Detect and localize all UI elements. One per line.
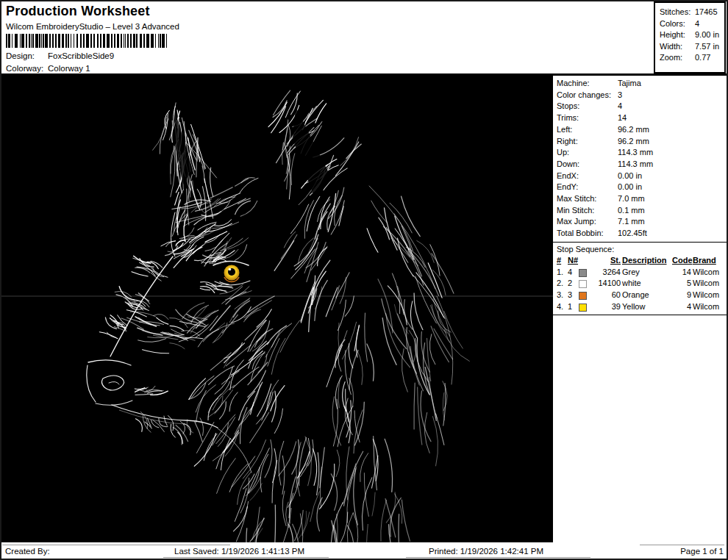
machine-row-label: Left: bbox=[557, 124, 618, 136]
barcode-bar bbox=[140, 34, 142, 48]
stop-header-cell: Brand bbox=[693, 255, 722, 267]
machine-row: Machine:Tajima bbox=[557, 78, 727, 90]
barcode-bar bbox=[114, 34, 115, 48]
barcode-bar bbox=[151, 34, 154, 48]
created-by-label: Created By: bbox=[5, 547, 50, 556]
machine-row-label: EndX: bbox=[557, 170, 618, 182]
barcode-bar bbox=[162, 34, 165, 48]
stop-header-cell: Description bbox=[622, 255, 671, 267]
machine-row-value: 3 bbox=[618, 90, 622, 99]
barcode-bar bbox=[43, 34, 44, 48]
machine-row-label: Right: bbox=[557, 136, 618, 148]
stat-row-label: Zoom: bbox=[660, 52, 695, 64]
barcode-bar bbox=[45, 34, 48, 48]
stop-cell: Grey bbox=[622, 267, 671, 279]
machine-row-value: 96.2 mm bbox=[618, 137, 649, 146]
machine-row-value: 14 bbox=[618, 113, 627, 122]
machine-row: Total Bobbin:102.45ft bbox=[557, 228, 727, 240]
stop-table-row: 3.360Orange9Wilcom bbox=[557, 290, 727, 301]
machine-row: Max Jump:7.1 mm bbox=[557, 216, 727, 228]
stop-cell: Wilcom bbox=[693, 290, 722, 301]
stat-row-value: 7.57 in bbox=[695, 42, 719, 51]
stat-row-value: 17465 bbox=[695, 7, 718, 16]
header-left: Production Worksheet Wilcom EmbroiderySt… bbox=[6, 4, 179, 73]
stop-cell: 14100 bbox=[591, 278, 621, 290]
page-number-label: Page 1 of 1 bbox=[680, 547, 724, 556]
barcode-bar bbox=[90, 34, 92, 48]
last-saved-label: Last Saved: 1/19/2026 1:41:13 PM bbox=[174, 547, 304, 556]
machine-row: Up:114.3 mm bbox=[557, 147, 727, 159]
machine-row-label: Stops: bbox=[557, 101, 618, 112]
stop-header-cell: St. bbox=[591, 255, 621, 267]
stop-cell bbox=[579, 291, 590, 300]
machine-row-value: Tajima bbox=[618, 79, 641, 87]
barcode-bar bbox=[143, 34, 145, 48]
stop-sequence-bottom-rule bbox=[553, 315, 727, 315]
design-preview bbox=[1, 76, 553, 542]
design-value: FoxScribbleSide9 bbox=[48, 51, 114, 60]
stop-table-row: 2.214100white5Wilcom bbox=[557, 278, 727, 290]
barcode-bar bbox=[80, 34, 82, 48]
stat-row: Stitches:17465 bbox=[660, 7, 724, 18]
stat-row-value: 4 bbox=[695, 19, 699, 28]
stop-cell: 4. bbox=[557, 301, 566, 313]
stop-cell: 1 bbox=[568, 301, 577, 313]
machine-row-label: Max Stitch: bbox=[557, 193, 618, 205]
stat-row-label: Stitches: bbox=[660, 7, 695, 18]
stop-cell: 4 bbox=[672, 301, 691, 313]
barcode-bar bbox=[26, 34, 27, 48]
footer-line-created bbox=[2, 545, 230, 545]
barcode-bar bbox=[52, 34, 54, 48]
header: Production Worksheet Wilcom EmbroiderySt… bbox=[0, 0, 728, 73]
footer: Created By: Last Saved: 1/19/2026 1:41:1… bbox=[0, 544, 728, 559]
stop-header-cell: N# bbox=[568, 255, 577, 267]
stop-cell bbox=[579, 303, 590, 312]
stop-cell: 2. bbox=[557, 278, 566, 290]
stop-cell: white bbox=[622, 278, 671, 290]
stop-cell: Wilcom bbox=[693, 301, 722, 313]
barcode-bar bbox=[93, 34, 95, 48]
machine-row-value: 114.3 mm bbox=[618, 148, 653, 157]
stop-table-row: 4.139Yellow4Wilcom bbox=[557, 301, 727, 313]
barcode-bar bbox=[124, 34, 124, 48]
stop-cell: Yellow bbox=[622, 301, 671, 313]
barcode-bar bbox=[107, 34, 110, 48]
stat-row: Colors:4 bbox=[660, 18, 724, 30]
stop-sequence-table: #N#St.DescriptionCodeBrand1.43264Grey14W… bbox=[553, 255, 727, 313]
barcode-bar bbox=[121, 34, 122, 48]
barcode-bar bbox=[166, 34, 167, 48]
barcode-bar bbox=[133, 34, 135, 48]
barcode-bar bbox=[12, 34, 13, 48]
machine-row: Min Stitch:0.1 mm bbox=[557, 205, 727, 217]
thread-color-swatch bbox=[579, 292, 587, 300]
app-subtitle: Wilcom EmbroideryStudio – Level 3 Advanc… bbox=[6, 22, 179, 31]
machine-row-label: Up: bbox=[557, 147, 618, 159]
barcode-bar bbox=[76, 34, 78, 48]
colorway-row: Colorway:Colorway 1 bbox=[6, 64, 179, 73]
machine-row-label: Total Bobbin: bbox=[557, 228, 618, 240]
machine-row: Max Stitch:7.0 mm bbox=[557, 193, 727, 205]
barcode-bar bbox=[158, 34, 159, 48]
stop-cell: 4 bbox=[568, 267, 577, 279]
stat-row: Zoom:0.77 bbox=[660, 52, 724, 64]
barcode-bar bbox=[20, 34, 21, 48]
machine-row-label: Trims: bbox=[557, 112, 618, 124]
stop-cell: 39 bbox=[591, 301, 621, 313]
stat-row: Height:9.00 in bbox=[660, 29, 724, 41]
machine-row: Trims:14 bbox=[557, 112, 727, 124]
barcode-bar bbox=[68, 34, 69, 48]
stop-table-header: #N#St.DescriptionCodeBrand bbox=[557, 255, 727, 267]
machine-row-value: 0.00 in bbox=[618, 182, 642, 191]
barcode-bar bbox=[65, 34, 67, 48]
barcode-bar bbox=[39, 34, 40, 48]
barcode-bar bbox=[62, 34, 64, 48]
machine-row: Right:96.2 mm bbox=[557, 136, 727, 148]
machine-row: EndX:0.00 in bbox=[557, 170, 727, 182]
barcode-bar bbox=[32, 34, 34, 48]
machine-row-value: 4 bbox=[618, 101, 622, 110]
machine-row-label: Machine: bbox=[557, 78, 618, 90]
footer-line-printed bbox=[406, 557, 590, 558]
stat-row-value: 0.77 bbox=[695, 53, 710, 62]
machine-row-label: Max Jump: bbox=[557, 216, 618, 228]
footer-line-saved bbox=[163, 557, 329, 558]
